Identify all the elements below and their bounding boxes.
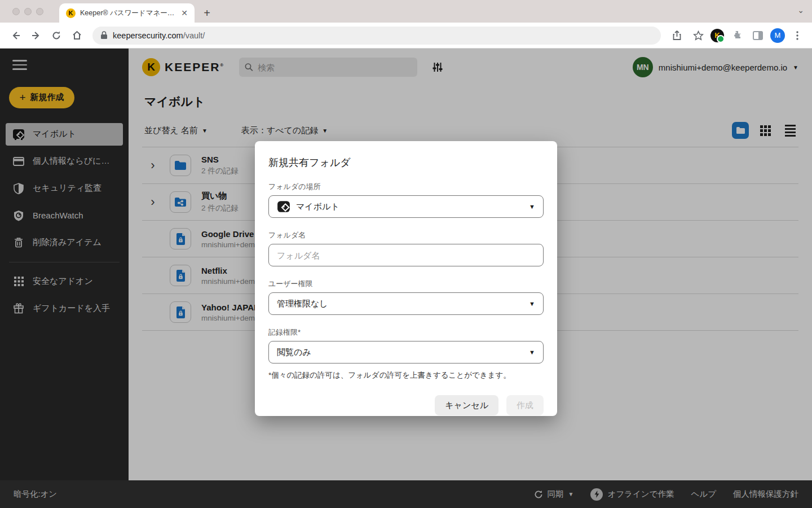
vault-icon xyxy=(277,200,290,213)
browser-actions: K M xyxy=(668,27,806,45)
browser-tabstrip: K Keeper® パスワードマネージャー ✕ + ⌄ xyxy=(0,0,812,23)
permissions-note: *個々の記録の許可は、フォルダの許可を上書きすることができます。 xyxy=(268,370,544,380)
keeper-favicon-icon: K xyxy=(66,8,76,18)
browser-toolbar: keepersecurity.com/vault/ K M xyxy=(0,23,812,49)
share-icon[interactable] xyxy=(668,27,686,45)
folder-location-value: マイボルト xyxy=(296,202,523,212)
browser-menu-icon[interactable] xyxy=(788,27,806,45)
tab-search-chevron-icon[interactable]: ⌄ xyxy=(797,6,804,15)
reload-icon[interactable] xyxy=(47,27,65,45)
tab-close-icon[interactable]: ✕ xyxy=(180,8,189,17)
window-close-button[interactable] xyxy=(12,8,20,15)
screen: K Keeper® パスワードマネージャー ✕ + ⌄ keepersecuri… xyxy=(0,0,812,508)
back-icon[interactable] xyxy=(7,27,25,45)
folder-name-input[interactable] xyxy=(277,251,535,260)
chevron-down-icon: ▼ xyxy=(529,203,535,210)
browser-tab[interactable]: K Keeper® パスワードマネージャー ✕ xyxy=(59,3,195,23)
record-permissions-value: 閲覧のみ xyxy=(277,347,523,358)
user-permissions-value: 管理権限なし xyxy=(277,299,523,309)
window-zoom-button[interactable] xyxy=(36,8,43,15)
folder-location-label: フォルダの場所 xyxy=(268,182,544,192)
create-button[interactable]: 作成 xyxy=(506,395,544,415)
user-permissions-select[interactable]: 管理権限なし ▼ xyxy=(268,292,544,315)
modal-actions: キャンセル 作成 xyxy=(268,395,544,415)
forward-icon[interactable] xyxy=(27,27,45,45)
url-text: keepersecurity.com/vault/ xyxy=(113,31,205,40)
folder-location-select[interactable]: マイボルト ▼ xyxy=(268,195,544,218)
chevron-down-icon: ▼ xyxy=(529,300,535,307)
lock-icon xyxy=(100,31,108,40)
modal-title: 新規共有フォルダ xyxy=(268,156,544,169)
extensions-puzzle-icon[interactable] xyxy=(727,27,745,45)
record-permissions-label: 記録権限* xyxy=(268,327,544,338)
chevron-down-icon: ▼ xyxy=(529,349,535,356)
home-icon[interactable] xyxy=(68,27,86,45)
new-tab-button[interactable]: + xyxy=(199,5,215,21)
record-permissions-select[interactable]: 閲覧のみ ▼ xyxy=(268,341,544,364)
new-shared-folder-modal: 新規共有フォルダ フォルダの場所 マイボルト ▼ フォルダ名 ユーザー権限 管理… xyxy=(255,141,557,416)
side-panel-icon[interactable] xyxy=(749,27,767,45)
bookmark-star-icon[interactable] xyxy=(689,27,707,45)
cancel-button[interactable]: キャンセル xyxy=(435,395,498,415)
tab-title: Keeper® パスワードマネージャー xyxy=(80,8,175,18)
browser-profile-avatar[interactable]: M xyxy=(770,28,785,43)
keeper-vault-app: + 新規作成 マイボルト 個人情報ならびにお... xyxy=(0,49,812,508)
folder-name-field xyxy=(268,244,544,266)
folder-name-label: フォルダ名 xyxy=(268,230,544,240)
user-permissions-label: ユーザー権限 xyxy=(268,279,544,289)
address-bar[interactable]: keepersecurity.com/vault/ xyxy=(92,27,661,45)
window-minimize-button[interactable] xyxy=(24,8,32,15)
keeper-extension-icon[interactable]: K xyxy=(710,29,724,42)
window-controls[interactable] xyxy=(0,0,51,23)
